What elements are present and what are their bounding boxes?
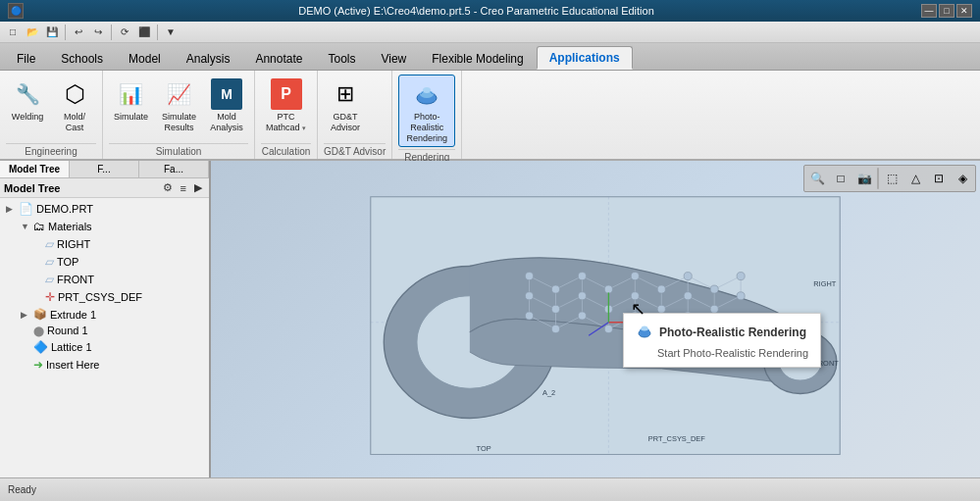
top-icon: ▱ [45,255,54,269]
qa-undo[interactable]: ↩ [70,24,87,41]
tree-item-right[interactable]: ▱ RIGHT [2,235,207,253]
materials-icon: 🗂 [33,220,45,233]
qa-stop[interactable]: ⬛ [135,24,153,41]
panel-tab-fa[interactable]: Fa... [139,161,209,177]
tree-item-round1[interactable]: ⬤ Round 1 [2,323,207,338]
tab-model[interactable]: Model [116,46,174,70]
engineering-group-label: Engineering [6,143,96,159]
svg-point-68 [525,312,533,320]
mold-cast-button[interactable]: ⬡ Mold/Cast [53,75,96,137]
viewport-toolbar: 🔍 □ 📷 ⬚ △ ⊡ ◈ [803,165,976,192]
ribbon: 🔧 Welding ⬡ Mold/Cast Engineering 📊 Simu… [0,71,980,161]
vp-orient-btn[interactable]: △ [904,168,926,189]
photo-realistic-rendering-label: Photo-RealisticRendering [403,112,450,143]
simulation-group-label: Simulation [109,143,248,159]
svg-point-56 [684,273,692,280]
svg-text:TOP: TOP [477,444,491,453]
simulate-button[interactable]: 📊 Simulate [109,75,153,126]
title-bar-icons: 🔵 [8,3,24,19]
svg-point-58 [737,273,745,280]
qa-open[interactable]: 📂 [24,24,41,41]
photo-realistic-rendering-icon [411,78,442,110]
qa-regen[interactable]: ⟳ [116,24,133,41]
svg-point-55 [657,285,665,293]
tooltip-header: Photo-Realistic Rendering [636,322,808,343]
gdt-advisor-button[interactable]: ⊞ GD&TAdvisor [324,75,367,137]
gdt-advisor-label: GD&TAdvisor [331,112,360,133]
ptc-mathcad-button[interactable]: P PTCMathcad ▾ [261,75,311,137]
tree-more-btn[interactable]: ▶ [191,180,205,195]
qa-more[interactable]: ▼ [162,24,180,41]
ribbon-group-gdt-content: ⊞ GD&TAdvisor [324,75,386,141]
qa-sep3 [157,25,158,40]
tab-view[interactable]: View [368,46,419,70]
right-icon: ▱ [45,237,54,251]
lattice1-icon: 🔷 [33,340,48,354]
simulate-icon: 📊 [116,78,147,110]
window-controls[interactable]: — □ ✕ [921,4,972,18]
vp-more-btn[interactable]: ◈ [952,168,973,189]
photo-realistic-rendering-button[interactable]: Photo-RealisticRendering [398,75,455,147]
tree-item-demo-prt[interactable]: ▶ 📄 DEMO.PRT [2,200,207,218]
status-bar: Ready [0,477,980,501]
svg-point-65 [684,292,692,300]
tree-item-lattice1[interactable]: 🔷 Lattice 1 [2,338,207,356]
vp-camera-btn[interactable]: 📷 [853,168,875,189]
main-area: Model Tree F... Fa... Model Tree ⚙ ≡ ▶ ▶… [0,161,980,477]
viewport[interactable]: 🔍 □ 📷 ⬚ △ ⊡ ◈ [211,161,980,477]
qa-new[interactable]: □ [4,24,22,41]
qa-sep1 [65,25,66,40]
simulate-results-button[interactable]: 📈 SimulateResults [157,75,201,137]
mold-analysis-button[interactable]: M MoldAnalysis [205,75,248,137]
tree-collapse-btn[interactable]: ≡ [178,181,189,195]
expander-materials: ▼ [21,222,30,231]
round1-icon: ⬤ [33,326,44,336]
tree-item-extrude1[interactable]: ▶ 📦 Extrude 1 [2,306,207,323]
vp-shading-btn[interactable] [877,168,879,189]
svg-text:RIGHT: RIGHT [813,279,837,288]
tree-item-front[interactable]: ▱ FRONT [2,271,207,288]
maximize-button[interactable]: □ [939,4,954,18]
tree-item-insert-here[interactable]: ➜ Insert Here [2,356,207,374]
expander-demo-prt: ▶ [6,204,16,214]
tab-annotate[interactable]: Annotate [242,46,315,70]
title-bar: 🔵 DEMO (Active) E:\Creo4\demo.prt.5 - Cr… [0,0,980,22]
ribbon-group-engineering: 🔧 Welding ⬡ Mold/Cast Engineering [0,71,103,159]
tab-flexible-modeling[interactable]: Flexible Modeling [419,46,536,70]
svg-point-51 [551,285,559,293]
vp-spin-btn[interactable]: ⊡ [928,168,950,189]
simulate-results-label: SimulateResults [162,112,196,133]
welding-label: Welding [12,112,43,123]
title-text: DEMO (Active) E:\Creo4\demo.prt.5 - Creo… [31,5,921,17]
tree-filter-btn[interactable]: ⚙ [160,180,176,195]
tab-schools[interactable]: Schools [48,46,116,70]
ptc-mathcad-label: PTCMathcad ▾ [266,112,306,133]
mold-analysis-label: MoldAnalysis [210,112,243,133]
vp-zoom-btn[interactable]: 🔍 [806,168,828,189]
vp-wireframe-btn[interactable]: ⬚ [881,168,903,189]
ribbon-tab-bar: File Schools Model Analysis Annotate Too… [0,43,980,71]
panel-tab-f1[interactable]: F... [70,161,139,177]
tab-applications[interactable]: Applications [537,46,633,70]
close-button[interactable]: ✕ [956,4,972,18]
panel-tab-model-tree[interactable]: Model Tree [0,161,70,177]
svg-text:A_2: A_2 [542,388,555,397]
gdt-advisor-icon: ⊞ [330,78,361,110]
svg-point-2 [423,87,431,93]
tab-analysis[interactable]: Analysis [174,46,243,70]
vp-fit-btn[interactable]: □ [830,168,851,189]
tree-item-prt-csys-def[interactable]: ✛ PRT_CSYS_DEF [2,288,207,306]
tab-tools[interactable]: Tools [315,46,368,70]
minimize-button[interactable]: — [921,4,937,18]
qa-redo[interactable]: ↪ [89,24,107,41]
tab-file[interactable]: File [4,46,48,70]
tree-item-top[interactable]: ▱ TOP [2,253,207,271]
svg-point-59 [525,292,533,300]
tree-toolbar: Model Tree ⚙ ≡ ▶ [0,178,209,198]
tooltip-description: Start Photo-Realistic Rendering [636,347,808,359]
qa-save[interactable]: 💾 [43,24,61,41]
left-panel: Model Tree F... Fa... Model Tree ⚙ ≡ ▶ ▶… [0,161,211,477]
tree-item-materials[interactable]: ▼ 🗂 Materials [2,218,207,235]
extrude1-icon: 📦 [33,308,47,321]
welding-button[interactable]: 🔧 Welding [6,75,49,126]
